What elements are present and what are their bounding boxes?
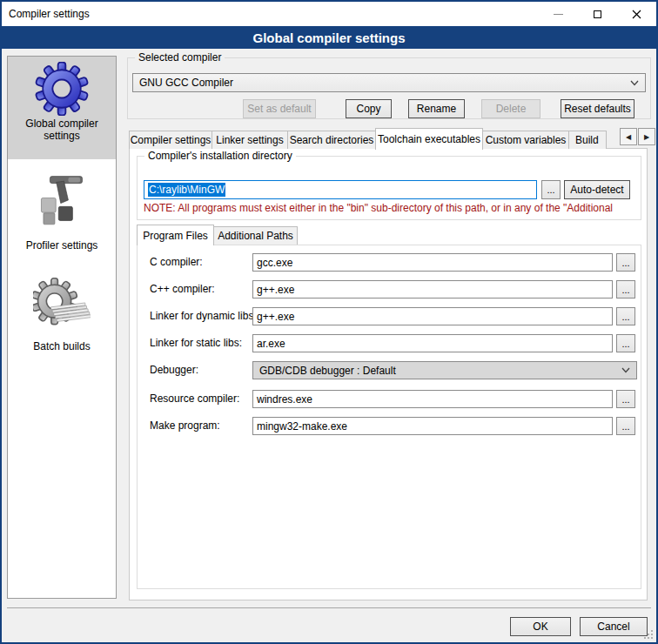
tab-toolchain-executables[interactable]: Toolchain executables <box>375 128 483 150</box>
sidebar-item-label: Global compiler settings <box>8 116 116 147</box>
sidebar-item-label: Profiler settings <box>8 238 116 257</box>
delete-button[interactable]: Delete <box>481 99 540 118</box>
make-program-input[interactable]: mingw32-make.exe <box>252 417 613 435</box>
c-compiler-label: C compiler: <box>150 256 203 268</box>
arrow-right-icon: ▶ <box>644 133 649 141</box>
batch-builds-icon <box>33 272 91 339</box>
tab-scroll-left-button[interactable]: ◀ <box>620 128 637 145</box>
debugger-select-value: GDB/CDB debugger : Default <box>259 365 621 377</box>
sidebar-item-label: Batch builds <box>8 339 116 358</box>
toolchain-executables-page: Compiler's installation directory C:\ray… <box>129 148 648 600</box>
installation-directory-browse-button[interactable]: ... <box>541 180 561 199</box>
maximize-icon <box>594 10 601 18</box>
tab-scroll-right-button[interactable]: ▶ <box>638 128 655 145</box>
cpp-compiler-input[interactable]: g++.exe <box>252 280 613 299</box>
debugger-label: Debugger: <box>150 364 198 376</box>
title-bar[interactable]: Compiler settings <box>2 2 656 26</box>
settings-tab-bar: Compiler settings Linker settings Search… <box>129 127 606 149</box>
auto-detect-button[interactable]: Auto-detect <box>564 180 630 199</box>
make-program-label: Make program: <box>150 419 220 432</box>
linker-dynamic-browse-button[interactable]: ... <box>616 307 635 325</box>
subtab-program-files[interactable]: Program Files <box>137 225 214 245</box>
linker-static-label: Linker for static libs: <box>150 337 242 349</box>
minimize-icon <box>554 14 563 15</box>
c-compiler-input[interactable]: gcc.exe <box>252 253 613 272</box>
subtab-additional-paths[interactable]: Additional Paths <box>213 226 298 245</box>
sidebar-item-global-compiler-settings[interactable]: Global compiler settings <box>8 57 116 159</box>
program-files-page: C compiler: gcc.exe ... C++ compiler: g+… <box>137 245 641 589</box>
resource-compiler-browse-button[interactable]: ... <box>616 390 635 408</box>
compiler-select-value: GNU GCC Compiler <box>139 77 630 89</box>
resource-compiler-input[interactable]: windres.exe <box>252 390 613 408</box>
blue-gear-icon <box>35 62 89 116</box>
compiler-select[interactable]: GNU GCC Compiler <box>132 73 646 92</box>
installation-directory-input[interactable]: C:\raylib\MinGW <box>144 180 537 199</box>
sidebar-item-batch-builds[interactable]: Batch builds <box>8 267 116 358</box>
tab-build-options[interactable]: Build <box>568 131 607 149</box>
tab-compiler-settings[interactable]: Compiler settings <box>129 131 212 149</box>
cpp-compiler-browse-button[interactable]: ... <box>616 280 635 299</box>
dialog-body: Global compiler settings Profiler settin… <box>2 49 656 642</box>
linker-static-browse-button[interactable]: ... <box>616 334 635 352</box>
rename-button[interactable]: Rename <box>408 99 465 118</box>
close-button[interactable] <box>617 2 656 26</box>
installation-directory-value: C:\raylib\MinGW <box>148 183 225 197</box>
page-title: Global compiler settings <box>2 26 656 49</box>
settings-category-list: Global compiler settings Profiler settin… <box>7 56 117 599</box>
window-title: Compiler settings <box>2 8 539 20</box>
cpp-compiler-label: C++ compiler: <box>150 283 215 295</box>
selected-compiler-group: Selected compiler GNU GCC Compiler Set a… <box>127 57 651 119</box>
chevron-down-icon <box>621 367 630 373</box>
make-program-browse-button[interactable]: ... <box>616 417 635 435</box>
set-as-default-button[interactable]: Set as default <box>243 99 316 118</box>
cancel-button[interactable]: Cancel <box>580 617 648 636</box>
maximize-button[interactable] <box>578 2 617 26</box>
linker-static-input[interactable]: ar.exe <box>252 334 613 352</box>
installation-note: NOTE: All programs must exist either in … <box>144 202 636 214</box>
sidebar-item-profiler-settings[interactable]: Profiler settings <box>8 163 116 257</box>
compiler-settings-dialog: Compiler settings Global compiler settin… <box>0 0 658 644</box>
tab-linker-settings[interactable]: Linker settings <box>212 131 288 149</box>
resize-grip[interactable] <box>644 630 654 640</box>
linker-dynamic-input[interactable]: g++.exe <box>252 307 613 325</box>
chevron-down-icon <box>630 80 639 86</box>
ok-button[interactable]: OK <box>510 617 571 636</box>
debugger-select[interactable]: GDB/CDB debugger : Default <box>252 361 637 379</box>
tab-search-directories[interactable]: Search directories <box>287 131 376 149</box>
installation-directory-legend: Compiler's installation directory <box>144 150 296 162</box>
c-compiler-browse-button[interactable]: ... <box>616 253 635 272</box>
arrow-left-icon: ◀ <box>626 133 631 141</box>
copy-button[interactable]: Copy <box>346 99 392 118</box>
tab-custom-variables[interactable]: Custom variables <box>482 131 569 149</box>
selected-compiler-legend: Selected compiler <box>135 51 225 64</box>
footer-divider <box>7 607 651 608</box>
installation-directory-group: Compiler's installation directory C:\ray… <box>137 156 641 220</box>
profiler-caliper-icon <box>35 168 89 238</box>
minimize-button[interactable] <box>539 2 578 26</box>
resource-compiler-label: Resource compiler: <box>150 392 239 405</box>
reset-defaults-button[interactable]: Reset defaults <box>561 99 634 118</box>
close-icon <box>632 10 641 19</box>
programs-subtab-bar: Program Files Additional Paths <box>137 224 297 245</box>
linker-dynamic-label: Linker for dynamic libs: <box>150 310 257 322</box>
